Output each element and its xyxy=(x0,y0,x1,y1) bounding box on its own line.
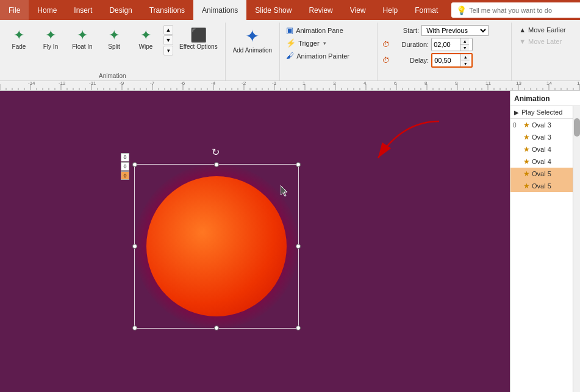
ribbon: ✦ Fade ✦ Fly In ✦ Float In ✦ Split ✦ Wip… xyxy=(0,20,580,81)
play-selected-btn[interactable]: ▶ Play Selected xyxy=(510,106,573,119)
effect-options-btn[interactable]: ⬛ Effect Options xyxy=(176,25,221,53)
tab-view[interactable]: View xyxy=(342,0,374,20)
trigger-btn[interactable]: ⚡ Trigger ▾ xyxy=(285,38,373,48)
duration-row: ⏱ Duration: ▲ ▼ xyxy=(382,38,506,51)
tab-file[interactable]: File xyxy=(0,0,29,20)
search-input[interactable] xyxy=(469,7,567,14)
red-arrow-annotation xyxy=(342,115,464,176)
add-anim-icon: ✦ xyxy=(245,26,259,46)
duration-input-wrap: ▲ ▼ xyxy=(431,38,473,51)
anim-wipe[interactable]: ✦ Wipe xyxy=(131,25,161,52)
tab-animations[interactable]: Animations xyxy=(193,0,246,20)
delay-spin-down[interactable]: ▼ xyxy=(461,60,470,66)
anim-flyin[interactable]: ✦ Fly In xyxy=(35,25,66,52)
handle-bottom-left[interactable] xyxy=(132,326,137,330)
animation-painter-btn[interactable]: 🖌 Animation Painter xyxy=(285,51,373,61)
handle-top-right[interactable] xyxy=(296,162,301,167)
move-earlier-icon: ▲ xyxy=(519,26,526,34)
scroll-down[interactable]: ▼ xyxy=(163,35,173,45)
anim-item-2[interactable]: ★ Oval 4 xyxy=(510,143,573,155)
reorder-group: ▲ Move Earlier ▼ Move Later Reorder Anim… xyxy=(512,23,573,80)
delay-row: ⏱ Delay: ▲ ▼ xyxy=(382,53,506,68)
anim-star-1: ★ xyxy=(523,133,530,141)
effect-options-icon: ⬛ xyxy=(190,27,207,43)
scroll-expand[interactable]: ▾ xyxy=(163,46,173,55)
anim-item-4[interactable]: ★ Oval 5 xyxy=(510,168,573,180)
rotate-handle[interactable]: ↻ xyxy=(212,146,221,156)
anim-fade[interactable]: ✦ Fade xyxy=(4,25,34,52)
anim-num-0: 0 xyxy=(513,122,521,129)
wipe-label: Wipe xyxy=(139,43,153,50)
duration-spin: ▲ ▼ xyxy=(460,38,469,51)
tab-review[interactable]: Review xyxy=(300,0,341,20)
add-animation-btn[interactable]: ✦ Add Animation xyxy=(229,25,276,55)
scroll-thumb xyxy=(574,118,580,137)
anim-list: ▶ Play Selected 0 ★ Oval 3 ★ Oval 3 ★ xyxy=(510,106,573,392)
animation-painter-label: Animation Painter xyxy=(296,52,349,60)
anim-panel-header: Animation xyxy=(510,91,580,106)
main-area: ↻ 0 0 0 Animation xyxy=(0,91,580,392)
panel-scrollbar[interactable] xyxy=(573,106,580,392)
delay-clock-icon: ⏱ xyxy=(382,56,390,65)
split-label: Split xyxy=(108,43,120,50)
animation-pane-btn[interactable]: ▣ Animation Pane xyxy=(285,25,373,35)
anim-item-1[interactable]: ★ Oval 3 xyxy=(510,131,573,143)
handle-middle-right[interactable] xyxy=(296,244,301,249)
move-earlier-label: Move Earlier xyxy=(528,26,566,34)
animation-panel: Animation ▶ Play Selected 0 ★ Oval 3 ★ O… xyxy=(510,91,580,392)
handle-middle-left[interactable] xyxy=(132,244,137,249)
delay-input-wrap: ▲ ▼ xyxy=(431,53,473,68)
duration-input[interactable] xyxy=(432,40,460,49)
animation-pane-icon: ▣ xyxy=(286,26,293,35)
slide-canvas[interactable]: ↻ 0 0 0 xyxy=(0,91,510,392)
anim-badge-1[interactable]: 0 xyxy=(121,162,129,171)
anim-split[interactable]: ✦ Split xyxy=(99,25,129,52)
anim-star-2: ★ xyxy=(523,145,530,154)
scroll-up[interactable]: ▲ xyxy=(163,25,173,35)
tab-insert[interactable]: Insert xyxy=(65,0,101,20)
delay-input[interactable] xyxy=(432,56,460,65)
duration-spin-down[interactable]: ▼ xyxy=(460,45,469,51)
animation-scroll: ▲ ▼ ▾ xyxy=(162,25,174,55)
animation-group: ✦ Fade ✦ Fly In ✦ Float In ✦ Split ✦ Wip… xyxy=(0,23,226,80)
animation-items: ✦ Fade ✦ Fly In ✦ Float In ✦ Split ✦ Wip… xyxy=(4,24,221,55)
shape-container[interactable]: ↻ 0 0 0 xyxy=(134,164,299,329)
animation-painter-icon: 🖌 xyxy=(286,51,294,60)
animation-group-label: Animation xyxy=(0,73,225,79)
move-later-btn[interactable]: ▼ Move Later xyxy=(517,37,568,46)
timing-group: Start: With Previous ⏱ Duration: ▲ ▼ ⏱ D… xyxy=(378,23,512,80)
delay-spin-up[interactable]: ▲ xyxy=(461,54,470,60)
anim-badges: 0 0 0 xyxy=(121,153,129,180)
tab-format[interactable]: Format xyxy=(406,0,446,20)
anim-panel-content: ▶ Play Selected 0 ★ Oval 3 ★ Oval 3 ★ xyxy=(510,106,580,392)
tab-home[interactable]: Home xyxy=(29,0,65,20)
anim-item-5[interactable]: ★ Oval 5 xyxy=(510,180,573,192)
anim-badge-2[interactable]: 0 xyxy=(121,171,129,180)
tab-transitions[interactable]: Transitions xyxy=(141,0,193,20)
tab-design[interactable]: Design xyxy=(101,0,140,20)
handle-top-left[interactable] xyxy=(132,162,137,167)
handle-bottom-right[interactable] xyxy=(296,326,301,330)
anim-badge-0[interactable]: 0 xyxy=(121,153,129,162)
start-select[interactable]: With Previous xyxy=(421,25,489,36)
anim-item-0[interactable]: 0 ★ Oval 3 xyxy=(510,119,573,131)
start-label: Start: xyxy=(382,27,419,34)
duration-label: Duration: xyxy=(392,41,429,48)
tab-bar: File Home Insert Design Transitions Anim… xyxy=(0,0,580,20)
floatin-icon: ✦ xyxy=(77,27,88,43)
fade-icon: ✦ xyxy=(13,27,24,43)
move-earlier-btn[interactable]: ▲ Move Earlier xyxy=(517,25,568,35)
anim-item-3[interactable]: ★ Oval 4 xyxy=(510,155,573,168)
delay-spin: ▲ ▼ xyxy=(460,54,470,66)
anim-star-0: ★ xyxy=(523,121,530,129)
tab-slideshow[interactable]: Slide Show xyxy=(246,0,300,20)
handle-bottom-middle[interactable] xyxy=(214,326,219,330)
handle-top-middle[interactable] xyxy=(214,162,219,167)
search-bar[interactable]: 💡 xyxy=(451,2,580,18)
anim-star-5: ★ xyxy=(523,182,530,190)
tab-help[interactable]: Help xyxy=(374,0,407,20)
selection-box: ↻ xyxy=(134,164,299,329)
anim-floatin[interactable]: ✦ Float In xyxy=(67,25,98,52)
duration-spin-up[interactable]: ▲ xyxy=(460,38,469,45)
wipe-icon: ✦ xyxy=(140,27,151,43)
